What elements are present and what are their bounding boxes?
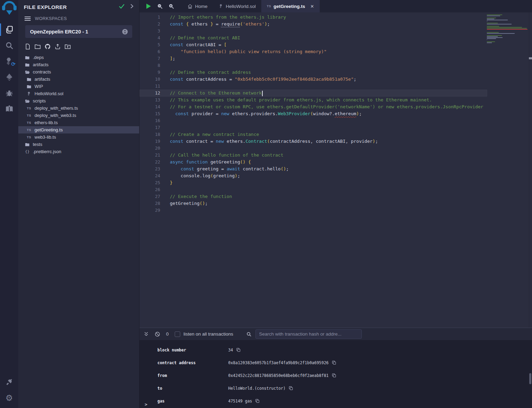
file-tree: .depsartifactscontractsartifactsWIPHello…	[18, 52, 139, 155]
tree-item-artifacts[interactable]: artifacts	[18, 61, 139, 68]
workspace-select[interactable]: OpenZeppelin ERC20 - 1	[25, 25, 132, 38]
clear-console-icon[interactable]	[155, 331, 160, 337]
debugger-icon[interactable]	[0, 85, 18, 101]
settings-gear-icon[interactable]: ⚙	[0, 390, 18, 406]
tree-item-ethers-lib.ts[interactable]: TSethers-lib.ts	[18, 119, 139, 126]
new-file-icon[interactable]	[25, 43, 31, 50]
code-line-19[interactable]: 19const contract = new ethers.Contract(c…	[139, 138, 487, 145]
code-line-3[interactable]: 3	[139, 28, 487, 34]
workspaces-menu-icon[interactable]	[25, 17, 31, 21]
code-line-24[interactable]: 24 console.log(greeting);	[139, 172, 487, 179]
copy-icon[interactable]	[236, 348, 241, 352]
upload-folder-icon[interactable]	[65, 43, 71, 50]
search-icon[interactable]	[0, 38, 18, 53]
copy-icon[interactable]	[332, 373, 336, 378]
code-line-10[interactable]: 10const contractAddress = "0xb54febb5c0c…	[139, 76, 487, 83]
check-icon[interactable]	[119, 4, 125, 10]
zoom-out-icon[interactable]	[157, 3, 163, 9]
close-icon[interactable]: ✕	[310, 4, 314, 9]
zoom-in-icon[interactable]	[168, 3, 174, 9]
code-line-12[interactable]: 12// Connect to the Ethereum network	[139, 90, 487, 97]
tree-item-label: ethers-lib.ts	[35, 120, 58, 125]
code-line-6[interactable]: 6 "function hello() public view returns …	[139, 48, 487, 55]
tree-item-getGreeting.ts[interactable]: TSgetGreeting.ts	[18, 126, 139, 133]
minimap-line	[487, 20, 508, 20]
terminal-search-icon	[246, 331, 252, 337]
minimap-line	[487, 35, 502, 36]
code-line-20[interactable]: 20	[139, 145, 487, 152]
tree-item-contracts[interactable]: contracts	[18, 68, 139, 76]
workspaces-row: WORKSPACES	[18, 13, 139, 24]
line-number: 26	[139, 186, 160, 193]
minimap-line	[487, 36, 498, 37]
tree-item-web3-lib.ts[interactable]: TSweb3-lib.ts	[18, 133, 139, 141]
plugin-manager-icon[interactable]	[0, 374, 18, 390]
tree-item-WIP[interactable]: WIP	[18, 83, 139, 90]
minimap-line	[487, 23, 498, 23]
chevron-right-icon[interactable]	[130, 4, 134, 10]
detail-value: HelloWorld.(constructor)	[228, 386, 286, 391]
terminal-scrollbar-thumb[interactable]	[529, 373, 531, 384]
code-line-28[interactable]: 28getGreeting();	[139, 200, 487, 207]
code-line-29[interactable]: 29	[139, 207, 487, 214]
code-line-22[interactable]: 22async function getGreeting() {	[139, 159, 487, 166]
transaction-detail-row: block number34	[139, 344, 532, 356]
tree-item-tests[interactable]: tests	[18, 141, 139, 148]
new-folder-icon[interactable]	[35, 43, 41, 50]
tree-item-label: WIP	[35, 84, 43, 89]
transaction-search-input[interactable]	[255, 329, 362, 339]
listen-transactions-checkbox[interactable]	[175, 331, 180, 337]
code-line-17[interactable]: 17	[139, 124, 487, 131]
tree-item-deploy_with_ethers.ts[interactable]: TSdeploy_with_ethers.ts	[18, 105, 139, 112]
copy-icon[interactable]	[332, 360, 336, 365]
file-explorer-icon[interactable]	[0, 22, 18, 38]
solidity-compiler-icon[interactable]: ⟳	[0, 53, 18, 69]
run-script-icon[interactable]	[145, 3, 152, 9]
code-line-9[interactable]: 9// Define the contract address	[139, 69, 487, 76]
tab-Home[interactable]: Home	[182, 0, 213, 12]
scrollbar-thumb[interactable]	[529, 57, 532, 59]
tree-item-scripts[interactable]: scripts	[18, 97, 139, 105]
code-line-4[interactable]: 4// Define the contract ABI	[139, 34, 487, 41]
code-line-14[interactable]: 14// For a testnet or custom RPC, use et…	[139, 103, 487, 110]
tree-item-HelloWorld.sol[interactable]: HelloWorld.sol	[18, 90, 139, 97]
detail-value: 34	[228, 348, 233, 352]
github-icon[interactable]	[45, 43, 51, 50]
upload-file-icon[interactable]	[55, 43, 61, 50]
tree-item-.prettierrc.json[interactable]: {}.prettierrc.json	[18, 148, 139, 155]
remix-logo[interactable]	[2, 1, 17, 17]
deploy-run-icon[interactable]	[0, 69, 18, 85]
tree-item-.deps[interactable]: .deps	[18, 54, 139, 61]
tab-getGreeting.ts[interactable]: TSgetGreeting.ts✕	[261, 0, 320, 12]
learneth-book-icon[interactable]	[0, 101, 18, 117]
line-number: 7	[139, 55, 160, 62]
tab-label: HelloWorld.sol	[226, 4, 256, 9]
expand-terminal-icon[interactable]	[144, 331, 149, 337]
code-line-26[interactable]: 26	[139, 186, 487, 193]
code-line-2[interactable]: 2const { ethers } = require('ethers');	[139, 21, 487, 28]
copy-icon[interactable]	[255, 399, 260, 403]
copy-icon[interactable]	[289, 386, 293, 390]
code-line-18[interactable]: 18// Create a new contract instance	[139, 131, 487, 138]
code-line-1[interactable]: 1// Import ethers from the ethers.js lib…	[139, 14, 487, 21]
tree-item-artifacts[interactable]: artifacts	[18, 76, 139, 83]
code-line-21[interactable]: 21// Call the hello function of the cont…	[139, 152, 487, 159]
minimap[interactable]	[487, 14, 528, 44]
terminal-prompt[interactable]: >	[145, 402, 147, 407]
tree-item-deploy_with_web3.ts[interactable]: TSdeploy_with_web3.ts	[18, 112, 139, 119]
code-line-25[interactable]: 25}	[139, 179, 487, 186]
code-line-8[interactable]: 8	[139, 62, 487, 69]
tab-HelloWorld.sol[interactable]: HelloWorld.sol	[213, 0, 261, 12]
code-line-13[interactable]: 13// This example uses the default provi…	[139, 97, 487, 103]
overview-ruler[interactable]	[529, 12, 532, 328]
code-line-11[interactable]: 11	[139, 83, 487, 90]
code-line-27[interactable]: 27// Execute the function	[139, 193, 487, 200]
code-line-5[interactable]: 5const contractABI = [	[139, 41, 487, 48]
line-number: 12	[139, 90, 160, 97]
minimap-line	[487, 21, 487, 21]
code-line-7[interactable]: 7];	[139, 55, 487, 62]
code-line-16[interactable]: 16	[139, 117, 487, 124]
code-editor[interactable]: 1// Import ethers from the ethers.js lib…	[139, 12, 532, 328]
code-line-23[interactable]: 23 const greeting = await contract.hello…	[139, 166, 487, 172]
code-line-15[interactable]: 15 const provider = new ethers.providers…	[139, 110, 487, 117]
